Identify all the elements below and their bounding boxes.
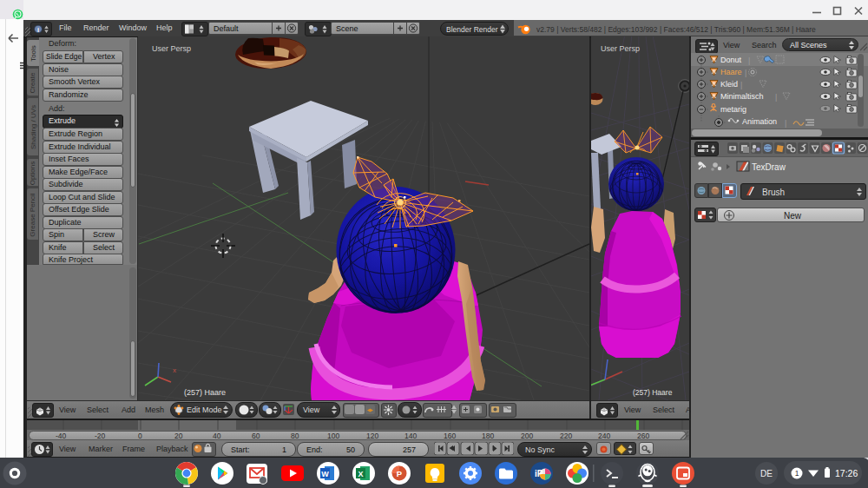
svg-text:1: 1 — [795, 469, 799, 478]
svg-text:W: W — [321, 470, 329, 478]
svg-text:x: x — [173, 366, 176, 374]
svg-text:|: | — [745, 69, 746, 77]
svg-text:i: i — [37, 26, 39, 34]
svg-text:|: | — [748, 56, 750, 65]
svg-text:P: P — [397, 469, 403, 478]
svg-text:|: | — [785, 119, 786, 128]
svg-text:17:26: 17:26 — [835, 468, 858, 478]
svg-text:X: X — [358, 470, 363, 478]
svg-text:|: | — [775, 93, 777, 102]
svg-text:iP: iP — [535, 469, 543, 478]
svg-text:DE: DE — [760, 469, 773, 478]
svg-text:|: | — [740, 81, 742, 89]
